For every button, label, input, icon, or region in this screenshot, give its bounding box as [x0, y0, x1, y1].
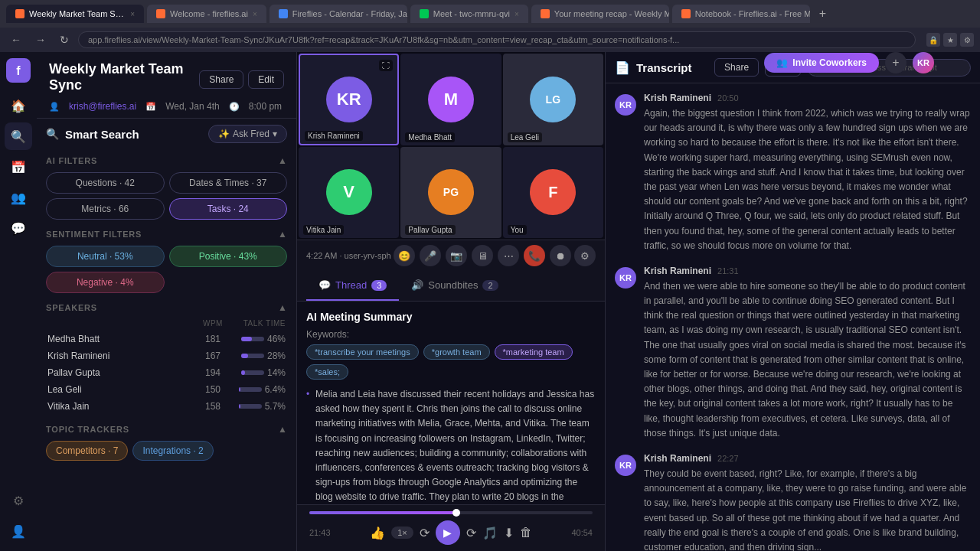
tab-close[interactable]: × [514, 10, 519, 18]
like-btn[interactable]: 👍 [370, 526, 385, 540]
topic-trackers-collapse[interactable]: ▲ [278, 424, 287, 435]
sentiment-filters-collapse[interactable]: ▲ [278, 229, 287, 240]
meeting-user: krish@fireflies.ai [69, 101, 136, 112]
keyword-tag-growth[interactable]: *growth team [423, 344, 490, 360]
download-btn[interactable]: ⬇ [504, 526, 514, 540]
back-button[interactable]: ← [6, 31, 26, 49]
screen-share-btn[interactable]: 🖥 [472, 245, 493, 266]
col-talk: TALK TIME [232, 319, 286, 328]
speakers-collapse[interactable]: ▲ [278, 302, 287, 313]
rewind-btn[interactable]: ⟳ [420, 526, 430, 540]
forward-button[interactable]: → [31, 31, 51, 49]
settings-btn[interactable]: ⚙ [574, 245, 596, 266]
sidebar-search-icon[interactable]: 🔍 [5, 122, 32, 150]
active-tab[interactable]: Weekly Market Team Sync - Me... × [6, 5, 144, 23]
progress-track[interactable] [309, 511, 593, 514]
ext-icon-2: ★ [943, 33, 957, 47]
add-tab-button[interactable]: + [813, 7, 832, 21]
sidebar-people-icon[interactable]: 👥 [5, 184, 32, 211]
filter-questions[interactable]: Questions · 42 [46, 172, 165, 194]
playback-center-controls: 👍 1× ⟳ ▶ ⟳ 🎵 ⬇ 🗑 [370, 520, 532, 545]
keyword-tag-marketing[interactable]: *marketing team [495, 344, 573, 360]
top-user-avatar[interactable]: KR [913, 52, 934, 73]
top-add-button[interactable]: + [885, 52, 906, 73]
smart-search-bar: 🔍 Smart Search ✨ Ask Fred ▾ [37, 119, 296, 149]
tab-favicon [15, 9, 24, 18]
search-icon: 🔍 [46, 128, 59, 140]
ai-filters-collapse[interactable]: ▲ [278, 155, 287, 166]
filters-section: AI FILTERS ▲ Questions · 42 Dates & Time… [37, 149, 296, 551]
sidebar-chat-icon[interactable]: 💬 [5, 214, 32, 242]
ask-fred-button[interactable]: ✨ Ask Fred ▾ [208, 125, 287, 143]
thread-tab-count: 3 [371, 280, 387, 291]
video-cell-leageli: LG Lea Geli [503, 54, 603, 145]
tab-recap[interactable]: Your meeting recap - Weekly Ma... × [531, 5, 669, 23]
keyword-tag-transcribe[interactable]: *transcribe your meetings [306, 344, 419, 360]
page-header: Weekly Market Team Sync Share Edit 👤 kri… [37, 52, 296, 119]
filter-metrics[interactable]: Metrics · 66 [46, 198, 165, 220]
tab-welcome[interactable]: Welcome - fireflies.ai × [147, 5, 266, 23]
tab-notebook[interactable]: Notebook - Fireflies.ai - Free Me... × [672, 5, 810, 23]
sidebar-calendar-icon[interactable]: 📅 [5, 153, 32, 181]
speed-btn[interactable]: 1× [391, 527, 413, 539]
invite-coworkers-button[interactable]: 👥 Invite Coworkers [764, 53, 879, 73]
app-sidebar: f 🏠 🔍 📅 👥 💬 ⚙ 👤 [0, 52, 37, 551]
entry-content: Krish Ramineni 22:27 They could be event… [644, 453, 971, 551]
tab-label: Notebook - Fireflies.ai - Free Me... [695, 9, 810, 18]
transcript-share-button[interactable]: Share [714, 58, 759, 77]
mic-btn[interactable]: 🎤 [420, 245, 441, 266]
delete-btn[interactable]: 🗑 [520, 526, 532, 540]
entry-time: 21:31 [717, 266, 739, 276]
filter-positive[interactable]: Positive · 43% [169, 246, 288, 267]
summary-item: Melia and Leia have discussed their rece… [306, 387, 596, 504]
filter-dates[interactable]: Dates & Times · 37 [169, 172, 288, 194]
tab-favicon [681, 9, 691, 18]
tab-soundbites[interactable]: 🔊 Soundbites 2 [399, 271, 510, 301]
video-name-leageli: Lea Geli [508, 132, 542, 142]
forward-btn[interactable]: ⟳ [466, 526, 476, 540]
camera-btn[interactable]: 📷 [446, 245, 467, 266]
tab-close[interactable]: × [253, 10, 257, 18]
meeting-footer: 4:22 AM · user-yrv-sph 😊 🎤 📷 🖥 ⋯ 📞 ⏺ ⚙ [297, 240, 605, 271]
play-btn[interactable]: ▶ [436, 520, 460, 545]
address-bar[interactable] [78, 31, 916, 48]
sidebar-user-icon[interactable]: 👤 [5, 517, 32, 545]
tab-close[interactable]: × [130, 10, 135, 18]
sidebar-settings-icon[interactable]: ⚙ [5, 487, 32, 514]
playback-controls: 21:43 👍 1× ⟳ ▶ ⟳ 🎵 ⬇ 🗑 40:54 [309, 520, 593, 545]
record-btn[interactable]: ⏺ [550, 245, 571, 266]
entry-time: 22:27 [717, 454, 739, 463]
avatar-medha: M [428, 77, 474, 122]
svg-rect-3 [241, 337, 252, 341]
emoji-reaction-btn[interactable]: 😊 [394, 245, 415, 266]
topic-trackers-title: TOPIC TRACKERS [46, 425, 129, 434]
filter-neutral[interactable]: Neutral · 53% [46, 246, 165, 267]
video-name-krish: Krish Ramineni [305, 131, 363, 141]
invite-label: Invite Coworkers [792, 57, 867, 68]
expand-icon[interactable]: ⛶ [379, 60, 393, 71]
refresh-button[interactable]: ↻ [55, 31, 74, 49]
tab-favicon [156, 9, 165, 18]
topic-chip-integrations[interactable]: Integrations · 2 [132, 441, 213, 461]
edit-button[interactable]: Edit [248, 70, 284, 89]
tab-favicon [541, 9, 550, 18]
tab-calendar[interactable]: Fireflies - Calendar - Friday, Jan... × [270, 5, 407, 23]
sentiment-filters-grid: Neutral · 53% Positive · 43% Negative · … [46, 246, 287, 293]
svg-text:f: f [16, 64, 21, 77]
more-btn[interactable]: ⋯ [498, 245, 519, 266]
tab-thread[interactable]: 💬 Thread 3 [306, 271, 399, 301]
topic-chip-competitors[interactable]: Competitors · 7 [46, 441, 128, 461]
speaker-wpm: 150 [194, 384, 232, 395]
tab-meet[interactable]: Meet - twc-mmru-qvi × [410, 5, 528, 23]
share-button[interactable]: Share [199, 70, 243, 89]
end-call-btn[interactable]: 📞 [524, 245, 545, 266]
speaker-name: Medha Bhatt [47, 334, 194, 344]
filter-tasks[interactable]: Tasks · 24 [169, 198, 288, 220]
progress-thumb [452, 509, 460, 517]
meeting-time: 8:00 pm [249, 101, 282, 112]
keyword-tag-sales[interactable]: *sales; [306, 364, 348, 380]
filter-negative[interactable]: Negative · 4% [46, 272, 165, 293]
waveform-btn[interactable]: 🎵 [482, 526, 498, 540]
speaker-avatar-kr: KR [615, 94, 636, 116]
sidebar-home-icon[interactable]: 🏠 [5, 92, 32, 119]
